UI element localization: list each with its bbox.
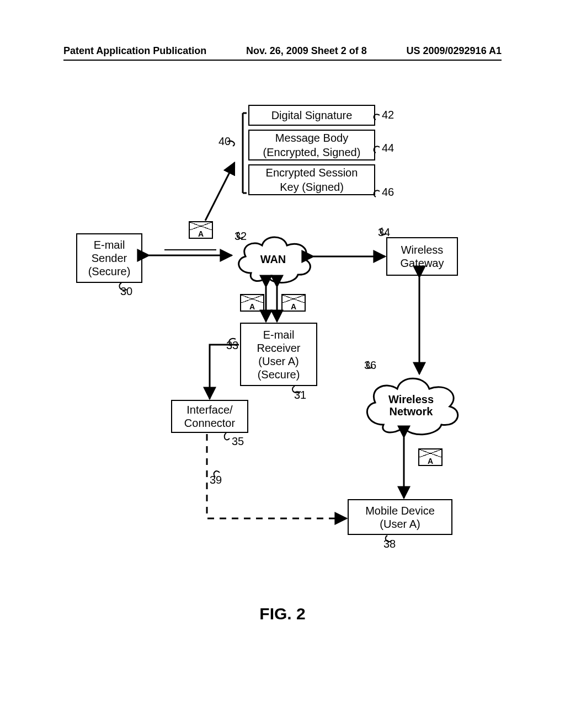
page-header: Patent Application Publication Nov. 26, …: [63, 45, 502, 57]
header-rule: [63, 60, 502, 61]
header-center: Nov. 26, 2009 Sheet 2 of 8: [246, 45, 367, 57]
header-right: US 2009/0292916 A1: [407, 45, 502, 57]
figure-caption: FIG. 2: [0, 604, 565, 623]
header-left: Patent Application Publication: [63, 45, 206, 57]
connector-arrows: [66, 102, 502, 582]
svg-line-0: [205, 163, 234, 221]
figure-2-diagram: Digital Signature Message Body (Encrypte…: [66, 102, 502, 582]
